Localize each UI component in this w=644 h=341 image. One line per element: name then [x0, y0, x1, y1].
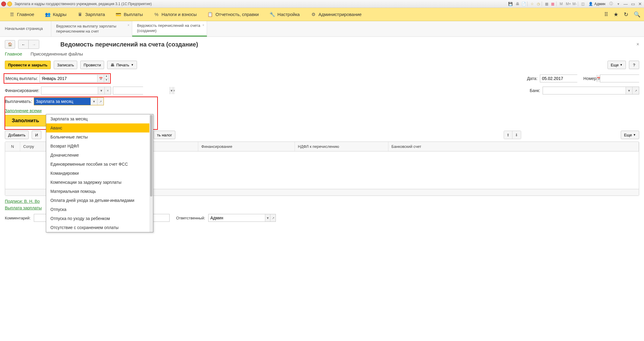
menu-admin[interactable]: ⚙Администрирование: [305, 8, 367, 21]
minimize-button[interactable]: —: [623, 2, 628, 6]
doc-icon[interactable]: 📄: [522, 2, 528, 6]
grid-col-financing[interactable]: Финансирование: [198, 142, 295, 151]
menu-hr[interactable]: 👥Кадры: [40, 8, 72, 21]
clear-button[interactable]: ×: [104, 87, 111, 94]
dd-item-vacation[interactable]: Отпуска: [46, 205, 149, 214]
favorite-icon[interactable]: ★: [614, 11, 618, 18]
back-button[interactable]: [18, 40, 29, 49]
menu-payments[interactable]: 💳Выплаты: [110, 8, 148, 21]
maximize-button[interactable]: ▭: [630, 2, 636, 6]
tab-vedomost-create[interactable]: Ведомость перечислений на счета (создани…: [132, 21, 207, 37]
chevron-down-icon[interactable]: ▼: [265, 214, 270, 221]
open-button[interactable]: ↗: [97, 98, 104, 105]
calendar-button[interactable]: 📅: [97, 75, 104, 82]
clear-button[interactable]: ×: [173, 87, 175, 94]
payout-link[interactable]: Выплата зарплаты: [5, 206, 42, 210]
info-icon[interactable]: ⓘ: [608, 2, 614, 6]
history-icon[interactable]: ↻: [624, 11, 628, 18]
financing2-field[interactable]: ▼ ×: [113, 87, 143, 94]
month-spinner[interactable]: ▲▼: [104, 75, 109, 82]
panel-icon[interactable]: ◫: [580, 2, 585, 6]
tab-close-icon[interactable]: ×: [128, 23, 129, 27]
post-button[interactable]: Провести: [80, 61, 104, 69]
m-icon[interactable]: M: [558, 2, 564, 6]
dd-item-fss[interactable]: Единовременные пособия за счет ФСС: [46, 160, 149, 169]
close-button[interactable]: ✕: [637, 2, 643, 6]
add-button[interactable]: Добавить: [5, 131, 29, 139]
save-icon[interactable]: 💾: [508, 2, 513, 6]
grid-icon[interactable]: ▦: [544, 2, 549, 6]
tax-button[interactable]: ть налог: [154, 131, 175, 139]
dd-item-aid[interactable]: Материальная помощь: [46, 187, 149, 196]
search-icon[interactable]: 🔍: [634, 11, 640, 18]
clock-icon[interactable]: ◷: [537, 2, 542, 6]
number-input[interactable]: [600, 75, 644, 82]
month-field[interactable]: 📅 ▲▼: [40, 75, 109, 82]
number-field[interactable]: [600, 75, 639, 82]
tab-start[interactable]: Начальная страница: [0, 21, 51, 37]
dd-item-sick[interactable]: Больничные листы: [46, 132, 149, 142]
dd-item-childcare[interactable]: Оплата дней ухода за детьми-инвалидами: [46, 196, 149, 205]
open-button[interactable]: ↗: [270, 214, 276, 221]
print-button[interactable]: 🖶Печать ▼: [107, 61, 137, 69]
financing2-input[interactable]: [113, 87, 170, 94]
month-input[interactable]: [40, 75, 97, 82]
chevron-down-icon[interactable]: ▼: [91, 98, 97, 105]
fill-all-link[interactable]: Заполнение всеми: [5, 108, 42, 113]
responsible-input[interactable]: [209, 214, 265, 221]
m-plus-icon[interactable]: M+: [566, 2, 571, 6]
dd-item-ndfl-return[interactable]: Возврат НДФЛ: [46, 142, 149, 151]
dd-item-maternity[interactable]: Отпуска по уходу за ребенком: [46, 214, 149, 223]
bank-field[interactable]: ▼ ↗: [543, 87, 639, 94]
partial-button[interactable]: И: [32, 131, 41, 139]
open-button[interactable]: ↗: [632, 87, 639, 94]
menu-main[interactable]: ☰Главное: [4, 8, 40, 21]
dd-item-absence[interactable]: Отсутствие с сохранением оплаты: [46, 223, 149, 232]
m-minus-icon[interactable]: M-: [573, 2, 578, 6]
bank-input[interactable]: [543, 87, 626, 94]
more2-button[interactable]: Еще ▼: [621, 131, 639, 139]
grid-col-employee[interactable]: Сотру: [20, 142, 46, 151]
dd-item-avans[interactable]: Аванс: [46, 123, 149, 132]
calendar-icon[interactable]: ▦: [551, 2, 556, 6]
apps-icon[interactable]: ⠿: [604, 11, 608, 18]
move-down-button[interactable]: ⬇: [512, 131, 521, 139]
chevron-down-icon[interactable]: ▼: [626, 87, 632, 94]
home-button[interactable]: [5, 40, 15, 49]
print-icon[interactable]: 🖶: [515, 2, 520, 6]
menu-reports[interactable]: 📋Отчетность, справки: [202, 8, 264, 21]
menu-salary[interactable]: 🖩Зарплата: [72, 8, 110, 21]
fill-button[interactable]: Заполнить: [5, 115, 46, 126]
subtab-main[interactable]: Главное: [5, 51, 22, 56]
grid-col-ndfl[interactable]: НДФЛ к перечислению: [295, 142, 388, 151]
financing-input[interactable]: [41, 87, 98, 94]
page-close-icon[interactable]: ×: [636, 42, 639, 47]
dd-item-compensation[interactable]: Компенсации за задержку зарплаты: [46, 178, 149, 187]
post-close-button[interactable]: Провести и закрыть: [5, 61, 51, 69]
financing-field[interactable]: ▼ ×: [41, 87, 111, 94]
menu-settings[interactable]: 🔧Настройка: [264, 8, 305, 21]
pay-input[interactable]: [34, 98, 91, 105]
dd-item-additional[interactable]: Доначисление: [46, 151, 149, 160]
forward-button[interactable]: [29, 40, 39, 49]
grid-col-n[interactable]: N: [5, 142, 20, 151]
dropdown-icon[interactable]: ▾: [616, 2, 621, 6]
pay-field[interactable]: ▼ ↗: [34, 97, 104, 105]
chevron-down-icon[interactable]: ▼: [170, 87, 173, 94]
dropdown-scrollbar[interactable]: [149, 114, 153, 232]
date-field[interactable]: 📅: [540, 75, 577, 82]
chevron-down-icon[interactable]: ▼: [98, 87, 104, 94]
tab-vedomosti[interactable]: Ведомости на выплату зарплаты перечислен…: [51, 21, 132, 37]
dd-item-trips[interactable]: Командировки: [46, 169, 149, 178]
signatures-link[interactable]: Подписи: В. Н. Во: [5, 199, 40, 204]
tab-close-icon[interactable]: ×: [202, 23, 204, 27]
menu-taxes[interactable]: %Налоги и взносы: [148, 8, 202, 21]
move-up-button[interactable]: ⬆: [504, 131, 512, 139]
save-button[interactable]: Записать: [54, 61, 77, 69]
subtab-files[interactable]: Присоединенные файлы: [30, 51, 83, 56]
responsible-field[interactable]: ▼ ↗: [208, 214, 276, 222]
help-button[interactable]: ?: [629, 61, 639, 69]
dd-item-salary[interactable]: Зарплата за месяц: [46, 114, 149, 123]
user-chip[interactable]: 👤 Админ: [587, 2, 607, 6]
grid-col-bank[interactable]: Банковский счет: [388, 142, 639, 151]
